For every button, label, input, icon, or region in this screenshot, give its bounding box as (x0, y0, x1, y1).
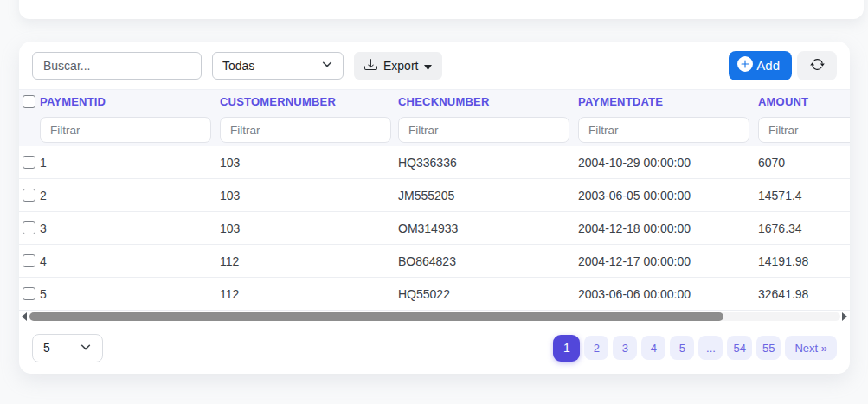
column-header-paymentid[interactable]: PAYMENTID (40, 95, 220, 108)
page-button-55[interactable]: 55 (756, 336, 781, 360)
download-icon (364, 58, 377, 74)
chevron-down-icon (80, 341, 92, 356)
plus-circle-icon (737, 56, 753, 74)
cell-amount: 1676.34 (758, 221, 850, 235)
refresh-icon (810, 57, 825, 74)
search-input[interactable] (32, 52, 202, 80)
table-row: 1 103 HQ336336 2004-10-29 00:00:00 6070 (19, 146, 850, 179)
cell-paymentid: 2 (40, 189, 220, 202)
select-all-checkbox[interactable] (23, 95, 35, 108)
page-button-5[interactable]: 5 (670, 336, 694, 360)
cell-paymentdate: 2003-06-05 00:00:00 (578, 189, 758, 202)
export-button[interactable]: Export (354, 52, 442, 80)
cell-paymentdate: 2003-06-06 00:00:00 (578, 287, 758, 301)
table-row: 4 112 BO864823 2004-12-17 00:00:00 14191… (19, 245, 850, 278)
cell-customernumber: 112 (220, 254, 398, 268)
scrollbar-track[interactable] (29, 312, 840, 321)
cell-checknumber: OM314933 (398, 221, 578, 235)
cell-paymentid: 4 (40, 254, 220, 268)
refresh-button[interactable] (797, 51, 837, 80)
table-filter-row (19, 113, 850, 146)
table-row: 2 103 JM555205 2003-06-05 00:00:00 14571… (19, 179, 850, 212)
cell-checknumber: HQ336336 (398, 156, 578, 170)
row-checkbox[interactable] (23, 287, 35, 300)
column-header-customernumber[interactable]: CUSTOMERNUMBER (220, 95, 398, 108)
row-checkbox[interactable] (23, 189, 35, 202)
cell-customernumber: 103 (220, 189, 398, 202)
filter-input-checknumber[interactable] (398, 117, 569, 143)
column-header-paymentdate[interactable]: PAYMENTDATE (578, 95, 758, 108)
cell-paymentdate: 2004-12-17 00:00:00 (578, 254, 758, 268)
cell-checknumber: BO864823 (398, 254, 578, 268)
export-label: Export (383, 59, 418, 73)
cell-paymentid: 1 (40, 156, 220, 170)
filter-input-paymentdate[interactable] (578, 117, 749, 143)
cell-paymentid: 3 (40, 221, 220, 235)
row-checkbox[interactable] (23, 254, 35, 267)
page-button-3[interactable]: 3 (613, 336, 637, 360)
table-header-row: PAYMENTID CUSTOMERNUMBER CHECKNUMBER PAY… (19, 89, 850, 113)
cell-amount: 14191.98 (758, 254, 850, 268)
cell-checknumber: HQ55022 (398, 287, 578, 301)
pagination: 1 2 3 4 5 ... 54 55 Next » (553, 335, 837, 362)
page-button-1[interactable]: 1 (553, 335, 580, 362)
filter-input-paymentid[interactable] (40, 117, 211, 143)
horizontal-scrollbar (19, 311, 850, 322)
table-scroll-area: PAYMENTID CUSTOMERNUMBER CHECKNUMBER PAY… (19, 89, 850, 311)
top-navbar-strip (19, 0, 864, 19)
arrow-right-icon[interactable] (842, 312, 847, 321)
page-ellipsis: ... (698, 336, 723, 360)
chevron-down-icon (321, 58, 333, 73)
cell-customernumber: 103 (220, 221, 398, 235)
caret-down-icon (424, 59, 432, 73)
category-select[interactable]: Todas (212, 52, 344, 80)
column-header-amount[interactable]: AMOUNT (758, 95, 850, 108)
cell-customernumber: 103 (220, 156, 398, 170)
cell-checknumber: JM555205 (398, 189, 578, 202)
page-size-select[interactable]: 5 (32, 334, 103, 362)
add-label: Add (756, 58, 780, 73)
filter-input-customernumber[interactable] (220, 117, 391, 143)
table-row: 5 112 HQ55022 2003-06-06 00:00:00 32641.… (19, 278, 850, 311)
add-button[interactable]: Add (729, 51, 792, 80)
table-toolbar: Todas Export Add (19, 42, 850, 89)
cell-amount: 14571.4 (758, 189, 850, 202)
column-header-checknumber[interactable]: CHECKNUMBER (398, 95, 578, 108)
cell-amount: 32641.98 (758, 287, 850, 301)
page-button-54[interactable]: 54 (727, 336, 751, 360)
cell-paymentid: 5 (40, 287, 220, 301)
row-checkbox[interactable] (23, 156, 35, 169)
cell-amount: 6070 (758, 156, 850, 170)
page-next-button[interactable]: Next » (785, 336, 837, 360)
page-button-2[interactable]: 2 (584, 336, 608, 360)
scrollbar-thumb[interactable] (29, 312, 723, 321)
cell-customernumber: 112 (220, 287, 398, 301)
filter-input-amount[interactable] (758, 117, 850, 143)
table-footer: 5 1 2 3 4 5 ... 54 55 Next » (19, 322, 850, 374)
page-button-4[interactable]: 4 (641, 336, 665, 360)
category-select-value: Todas (222, 59, 254, 73)
cell-paymentdate: 2004-10-29 00:00:00 (578, 156, 758, 170)
arrow-left-icon[interactable] (22, 312, 27, 321)
row-checkbox[interactable] (23, 221, 35, 234)
page-size-value: 5 (43, 341, 50, 355)
datatable-card: Todas Export Add (19, 42, 850, 374)
table-row: 3 103 OM314933 2004-12-18 00:00:00 1676.… (19, 212, 850, 245)
cell-paymentdate: 2004-12-18 00:00:00 (578, 221, 758, 235)
